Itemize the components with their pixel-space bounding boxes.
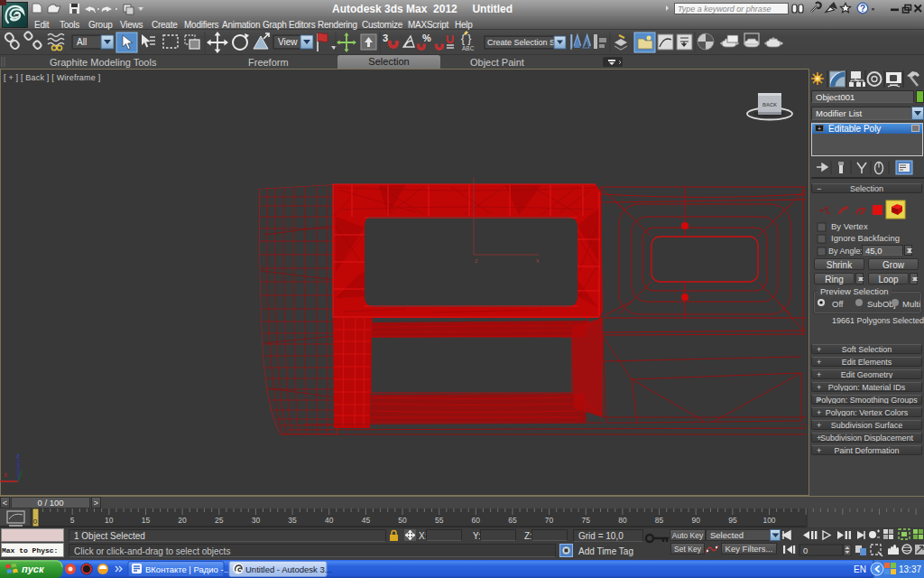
svg-text:View: View [278, 37, 298, 47]
svg-text:All: All [77, 37, 87, 47]
svg-text:80: 80 [618, 516, 627, 525]
svg-text:?: ? [860, 4, 865, 14]
svg-text:50: 50 [398, 516, 407, 525]
svg-text:13:37: 13:37 [899, 564, 921, 574]
svg-text:ABC: ABC [462, 45, 475, 51]
svg-text:x: x [536, 257, 540, 264]
svg-text:%: % [422, 33, 431, 43]
svg-text:35: 35 [288, 516, 297, 525]
svg-text:90: 90 [691, 516, 700, 525]
svg-text:ВКонтакте | Радио -...: ВКонтакте | Радио -... [145, 564, 231, 574]
svg-text:z: z [16, 452, 20, 460]
svg-text:30: 30 [252, 516, 261, 525]
svg-text:Untitled - Autodesk 3...: Untitled - Autodesk 3... [245, 564, 332, 574]
svg-text:10: 10 [105, 516, 114, 525]
svg-text:70: 70 [545, 516, 554, 525]
svg-text:60: 60 [472, 516, 481, 525]
svg-text:5: 5 [70, 516, 75, 525]
svg-text:85: 85 [655, 516, 664, 525]
svg-text:0: 0 [33, 517, 38, 526]
svg-text:Create Selection Se: Create Selection Se [487, 38, 559, 47]
svg-text:65: 65 [508, 516, 517, 525]
svg-text:x: x [4, 471, 7, 479]
svg-text:55: 55 [435, 516, 444, 525]
svg-text:45: 45 [362, 516, 371, 525]
svg-text:z: z [475, 257, 478, 264]
svg-text:EN: EN [854, 564, 866, 574]
svg-text:0: 0 [803, 545, 808, 555]
svg-text:25: 25 [215, 516, 224, 525]
svg-text:пуск: пуск [22, 564, 45, 574]
svg-text:100: 100 [762, 516, 775, 525]
svg-text:15: 15 [142, 516, 151, 525]
svg-text:20: 20 [178, 516, 187, 525]
svg-text:40: 40 [325, 516, 334, 525]
svg-text:3: 3 [383, 33, 388, 43]
svg-text:BACK: BACK [762, 102, 777, 107]
svg-text:75: 75 [582, 516, 591, 525]
svg-text:95: 95 [728, 516, 737, 525]
